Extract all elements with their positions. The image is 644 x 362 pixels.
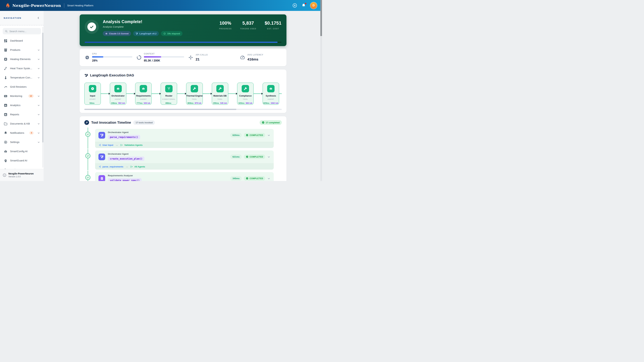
sidebar-item-grid-resistors[interactable]: Grid Resistors: [2, 83, 42, 90]
robot-icon: [4, 149, 8, 153]
duration-badge: 621ms: [230, 155, 242, 159]
chevron-down-icon: [38, 76, 40, 79]
flow-source[interactable]: parse_requirements: [102, 165, 123, 168]
flow-target[interactable]: All Agents: [134, 165, 145, 168]
banner-progress-fill: [85, 42, 278, 43]
sidebar-header: NAVIGATION: [0, 11, 44, 25]
analysis-complete-banner: Analysis Complete! Analysis Complete Cla…: [80, 14, 286, 46]
sidebar-item-settings[interactable]: Settings: [2, 138, 42, 146]
wrench-icon: [216, 85, 224, 92]
sidebar-item-products[interactable]: Products: [2, 46, 42, 54]
tool-invocation-card[interactable]: Orchestrator Agent create_execution_plan…: [95, 150, 274, 170]
log-in-icon: [98, 144, 101, 146]
api-calls-value: 21: [196, 57, 208, 61]
sidebar-item-label: Settings: [10, 141, 20, 144]
dag-node-router[interactable]: Router CONDITIONAL 468ms: [161, 83, 177, 105]
heat-trace-cable-icon: [4, 66, 8, 70]
banner-progress-track: [85, 42, 282, 43]
dag-scrollbar-thumb[interactable]: [84, 109, 236, 110]
tokens-value: 5,837: [242, 21, 254, 26]
dag-node-compliance[interactable]: Compliance TOOL 620ms666 tok: [237, 83, 254, 105]
sidebar-item-reports[interactable]: Reports: [2, 111, 42, 118]
dashed-divider: [0, 25, 44, 25]
agent-name: Orchestrator Agent: [108, 131, 140, 134]
context-label: CONTEXT: [144, 53, 184, 55]
latency-value: 416ms: [247, 57, 263, 61]
wrench-circle-icon: [84, 120, 89, 125]
chevron-down-icon[interactable]: [267, 177, 270, 180]
user-avatar[interactable]: D: [310, 2, 317, 9]
flow-target[interactable]: Validation Agents: [124, 144, 142, 146]
dag-title: LangGraph Execution DAG: [90, 73, 134, 77]
analytics-chart-icon: [4, 103, 8, 107]
langgraph-badge: LangGraph v0.2: [133, 31, 159, 36]
dag-node-requirements[interactable]: Requirements AGENT 777ms526 tok: [135, 83, 152, 105]
head-gear-icon: [4, 159, 8, 163]
data-flow-footer: parse_requirements → All Agents: [95, 163, 274, 170]
api-diamonds-icon: [188, 55, 193, 60]
page-scrollbar-thumb[interactable]: [320, 0, 322, 36]
sidebar-item-heat-trace[interactable]: Heat Trace Syste...: [2, 65, 42, 72]
sidebar-item-documents[interactable]: Documents & KB: [2, 120, 42, 127]
completed-count-badge: 17 completed: [260, 120, 282, 125]
dag-node-materials-db[interactable]: Materials DB TOOL 290ms545 tok: [212, 83, 228, 105]
data-flow-footer: User Input → Validation Agents: [95, 142, 274, 148]
banner-title: Analysis Complete!: [103, 19, 182, 24]
sidebar-item-smartconfig-ai[interactable]: SmartConfig AI: [2, 148, 42, 155]
flow-source[interactable]: User Input: [102, 144, 113, 146]
sidebar-item-dashboard[interactable]: Dashboard: [2, 37, 42, 44]
timeline-row: Orchestrator Agent create_execution_plan…: [84, 150, 282, 170]
search-input[interactable]: Search menu...: [3, 28, 41, 34]
cpu-label: CPU: [92, 53, 132, 55]
sidebar-collapse-button[interactable]: [37, 16, 40, 19]
wrench-icon: [242, 85, 249, 92]
dag-edge-arrow: [152, 93, 161, 94]
dag-node-input[interactable]: Input START 50ms: [84, 83, 101, 105]
arrow-right-icon: →: [116, 143, 118, 146]
tool-invocation-card[interactable]: Requirements Analyzer validate_power_spe…: [95, 172, 274, 181]
dag-node-synthesis[interactable]: Synthesis AGENT 829ms1562 tok: [263, 83, 279, 105]
log-in-icon: [98, 165, 101, 168]
add-button[interactable]: [292, 3, 297, 8]
dag-edge-arrow: [126, 93, 135, 94]
reports-chart-icon: [4, 113, 8, 116]
dag-nodes-row: Input START 50ms Orchestrator AGENT 246m…: [84, 83, 282, 105]
status-badge: COMPLETED: [244, 155, 265, 159]
sidebar-scrollbar-thumb[interactable]: [42, 33, 44, 142]
footer-version: Version 1.0.0: [8, 175, 34, 178]
sidebar-item-monitoring[interactable]: Monitoring 12: [2, 92, 42, 100]
sidebar-item-analytics[interactable]: Analytics: [2, 102, 42, 109]
page-scrollbar[interactable]: [320, 0, 322, 181]
duration-badge: 620ms: [230, 133, 242, 137]
notification-dot: [305, 3, 306, 4]
chevron-down-icon[interactable]: [267, 155, 270, 158]
agent-name: Requirements Analyzer: [108, 174, 142, 177]
dag-node-orchestrator[interactable]: Orchestrator AGENT 246ms902 tok: [110, 83, 126, 105]
function-name: validate_power_spec(): [108, 178, 142, 181]
timeline-card: Tool Invocation Timeline 17 tools invoke…: [80, 116, 286, 181]
main-content: Analysis Complete! Analysis Complete Cla…: [44, 11, 322, 181]
sidebar-item-heating-elements[interactable]: Heating Elements: [2, 55, 42, 63]
dag-edge-arrow: [228, 93, 237, 94]
header-divider: [64, 3, 64, 8]
success-check-halo: [85, 20, 99, 34]
timeline-check-node: [85, 175, 90, 180]
sidebar-item-label: Temperature Con...: [10, 76, 32, 79]
sidebar-item-temperature[interactable]: Temperature Con...: [2, 74, 42, 81]
sidebar-item-notifications[interactable]: Notifications 4: [2, 129, 42, 137]
context-bar-track: [144, 56, 184, 57]
chevron-down-icon: [38, 113, 40, 116]
tool-invocation-card[interactable]: Orchestrator Agent parse_requirements() …: [95, 129, 274, 148]
sidebar-scrollbar[interactable]: [42, 27, 44, 168]
cost-value: $0.1751: [265, 21, 282, 26]
sidebar-item-label: SmartConfig AI: [10, 150, 28, 153]
sidebar-item-smartguard-ai[interactable]: SmartGuard AI: [2, 157, 42, 164]
chevron-down-icon[interactable]: [267, 134, 270, 137]
notifications-button[interactable]: [301, 3, 306, 8]
banner-subtitle: Analysis Complete: [103, 25, 182, 28]
top-bar: Nexgile-PowerNeuron Smart Heating Platfo…: [0, 0, 322, 11]
folder-icon: [4, 122, 8, 126]
dag-node-thermal-engine[interactable]: Thermal Engine TOOL 869ms879 tok: [186, 83, 203, 105]
dag-scrollbar[interactable]: [84, 109, 282, 110]
plug-icon: [4, 85, 8, 89]
